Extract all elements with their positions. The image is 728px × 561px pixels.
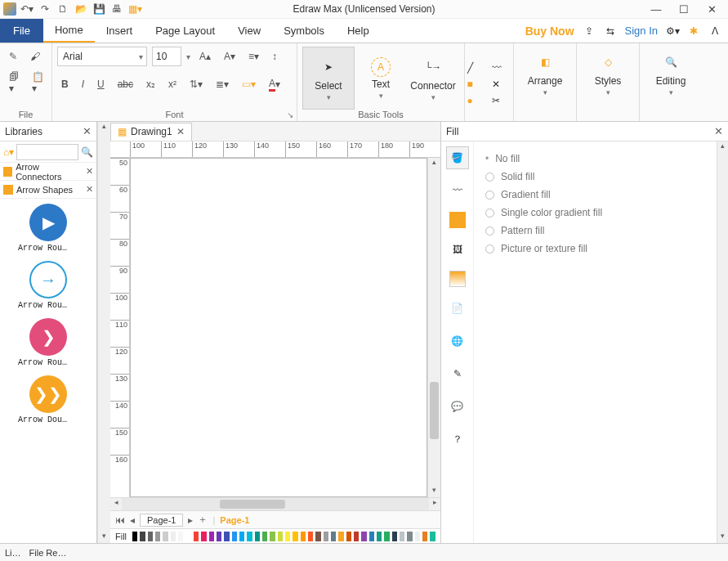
- canvas-scroll-up[interactable]: ▴: [428, 158, 440, 169]
- color-swatch[interactable]: [301, 532, 306, 541]
- page-prev[interactable]: ◂: [130, 514, 135, 526]
- curve-shape-icon[interactable]: 〰: [492, 62, 511, 74]
- color-swatch[interactable]: [361, 532, 366, 541]
- styles-tool[interactable]: ◇Styles▾: [582, 47, 634, 101]
- color-swatch[interactable]: [346, 532, 351, 541]
- fill-option[interactable]: Single color gradient fill: [485, 204, 705, 222]
- italic-icon[interactable]: I: [78, 74, 88, 94]
- hscroll-thumb[interactable]: [220, 500, 285, 509]
- color-swatch[interactable]: [315, 532, 320, 541]
- color-swatch[interactable]: [308, 532, 313, 541]
- fill-scroll-down[interactable]: ▾: [717, 532, 728, 543]
- fill-help-icon[interactable]: ？: [446, 428, 469, 451]
- page-next[interactable]: ▸: [188, 514, 193, 526]
- collapse-ribbon-icon[interactable]: ᐱ: [708, 25, 721, 38]
- color-swatch[interactable]: [285, 532, 290, 541]
- color-swatch[interactable]: [185, 532, 190, 541]
- font-size-select[interactable]: 10: [152, 47, 181, 66]
- text-tool[interactable]: A Text ▾: [355, 47, 407, 110]
- file-menu[interactable]: File: [0, 19, 43, 43]
- color-swatch[interactable]: [270, 532, 275, 541]
- fill-option[interactable]: Pattern fill: [485, 222, 705, 240]
- tab-view[interactable]: View: [226, 19, 272, 43]
- drawing-canvas[interactable]: [130, 158, 427, 497]
- page-first[interactable]: ⏮: [115, 514, 125, 526]
- color-swatch[interactable]: [224, 532, 229, 541]
- color-swatch[interactable]: [384, 532, 389, 541]
- gear-icon[interactable]: ⚙▾: [666, 25, 679, 38]
- color-swatch[interactable]: [400, 532, 404, 541]
- color-swatch[interactable]: [262, 532, 267, 541]
- canvas-scroll-right[interactable]: ▸: [429, 498, 440, 510]
- lib-cat-connectors[interactable]: Arrow Connectors✕: [0, 163, 96, 181]
- print-icon[interactable]: 🖶: [109, 2, 124, 16]
- connector-tool[interactable]: └→ Connector ▾: [407, 47, 459, 110]
- undo-icon[interactable]: ↶▾: [20, 2, 34, 16]
- fill-option[interactable]: Solid fill: [485, 168, 705, 186]
- maximize-button[interactable]: ☐: [674, 2, 694, 16]
- sign-in-link[interactable]: Sign In: [625, 25, 658, 37]
- export-icon[interactable]: ⇪: [583, 25, 596, 38]
- shape-item[interactable]: ▶Arrow Rou…: [3, 204, 93, 253]
- canvas-scroll-down[interactable]: ▾: [428, 486, 440, 497]
- fill-bucket-icon[interactable]: 🪣: [446, 146, 469, 169]
- fill-line-icon[interactable]: 〰: [446, 179, 469, 202]
- subscript-icon[interactable]: x₂: [142, 74, 159, 94]
- color-swatch[interactable]: [232, 532, 237, 541]
- color-swatch[interactable]: [369, 532, 374, 541]
- font-color-icon[interactable]: A▾: [265, 74, 284, 94]
- tab-insert[interactable]: Insert: [95, 19, 145, 43]
- library-search-input[interactable]: [16, 144, 78, 160]
- format-painter-icon[interactable]: ✎: [5, 47, 21, 66]
- color-swatch[interactable]: [331, 532, 336, 541]
- color-swatch[interactable]: [178, 532, 183, 541]
- status-li[interactable]: Li…: [5, 548, 21, 558]
- color-swatch[interactable]: [422, 532, 427, 541]
- color-swatch[interactable]: [392, 532, 397, 541]
- fill-option[interactable]: Gradient fill: [485, 186, 705, 204]
- highlight-icon[interactable]: ▭▾: [238, 74, 260, 94]
- minimize-button[interactable]: —: [646, 2, 666, 16]
- redo-icon[interactable]: ↷: [38, 2, 52, 16]
- add-page[interactable]: ＋: [198, 513, 208, 527]
- close-libraries-icon[interactable]: ✕: [83, 125, 92, 137]
- fill-solid-icon[interactable]: [449, 212, 466, 228]
- align-icon[interactable]: ≡▾: [244, 47, 263, 66]
- crop-shape-icon[interactable]: ✂: [492, 95, 511, 106]
- tab-help[interactable]: Help: [336, 19, 381, 43]
- brush-icon[interactable]: 🖌: [26, 47, 44, 66]
- lib-scroll-down[interactable]: ▾: [98, 532, 110, 543]
- new-icon[interactable]: 🗋: [56, 2, 70, 16]
- color-swatch[interactable]: [247, 532, 252, 541]
- color-swatch[interactable]: [171, 532, 176, 541]
- paste-icon[interactable]: 📋▾: [28, 73, 48, 92]
- logo-icon[interactable]: ✱: [687, 25, 700, 38]
- underline-icon[interactable]: U: [93, 74, 109, 94]
- line-spacing-icon[interactable]: ⇅▾: [185, 74, 207, 94]
- shrink-font-icon[interactable]: A▾: [220, 47, 239, 66]
- close-fill-panel-icon[interactable]: ✕: [714, 125, 723, 137]
- save-icon[interactable]: 💾: [92, 2, 106, 16]
- grow-font-icon[interactable]: A▴: [195, 47, 215, 66]
- open-icon[interactable]: 📂: [74, 2, 88, 16]
- lib-scroll-up[interactable]: ▴: [98, 122, 110, 133]
- rect-shape-icon[interactable]: ■: [467, 79, 487, 90]
- color-swatch[interactable]: [201, 532, 206, 541]
- copy-icon[interactable]: 🗐▾: [5, 73, 23, 92]
- editing-tool[interactable]: 🔍Editing▾: [645, 47, 697, 101]
- text-direction-icon[interactable]: ↕: [268, 47, 281, 66]
- font-dialog-launcher[interactable]: ↘: [287, 110, 293, 119]
- ellipse-shape-icon[interactable]: ●: [467, 95, 487, 106]
- color-swatch[interactable]: [132, 532, 137, 541]
- color-swatch[interactable]: [415, 532, 420, 541]
- fill-gradient-icon[interactable]: [449, 271, 466, 287]
- lib-cat-shapes[interactable]: Arrow Shapes✕: [0, 181, 96, 199]
- fill-edit-icon[interactable]: ✎: [446, 362, 469, 385]
- color-swatch[interactable]: [407, 532, 412, 541]
- share-icon[interactable]: ⇆: [604, 25, 617, 38]
- font-name-select[interactable]: Arial: [57, 47, 147, 66]
- line-shape-icon[interactable]: ╱: [467, 62, 487, 74]
- shape-item[interactable]: ❯Arrow Rou…: [3, 318, 93, 367]
- color-swatch[interactable]: [163, 532, 167, 541]
- arrange-tool[interactable]: ◧Arrange▾: [519, 47, 571, 101]
